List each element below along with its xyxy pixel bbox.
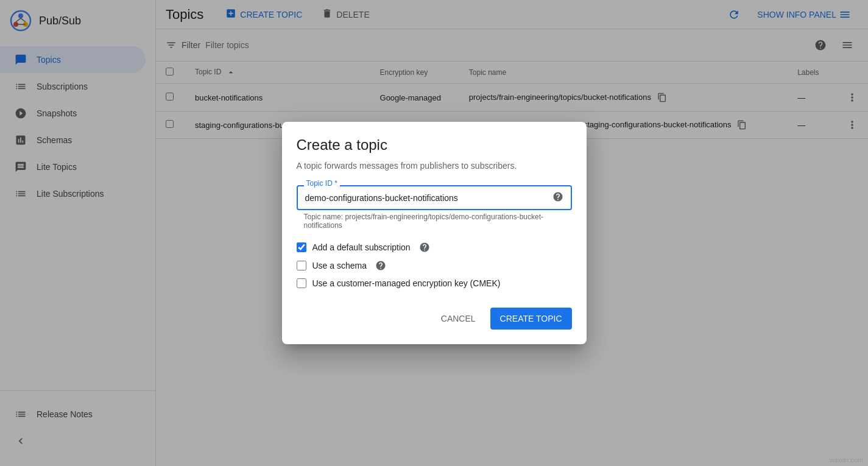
- use-schema-label: Use a schema: [312, 261, 367, 270]
- dialog-subtitle: A topic forwards messages from publisher…: [297, 161, 572, 171]
- dialog-actions: CANCEL CREATE TOPIC: [297, 308, 572, 330]
- add-default-subscription-checkbox[interactable]: [297, 242, 306, 252]
- use-cmek-row[interactable]: Use a customer-managed encryption key (C…: [297, 278, 572, 288]
- topic-id-input[interactable]: [305, 193, 548, 203]
- checkbox-group: Add a default subscription Use a schema …: [297, 242, 572, 288]
- add-default-subscription-label: Add a default subscription: [312, 242, 411, 252]
- watermark: wsxdn.com: [830, 456, 863, 464]
- dialog-title: Create a topic: [297, 136, 572, 154]
- field-label: Topic ID *: [304, 179, 340, 188]
- use-schema-row[interactable]: Use a schema: [297, 260, 572, 271]
- use-cmek-label: Use a customer-managed encryption key (C…: [312, 278, 501, 288]
- use-cmek-checkbox[interactable]: [297, 278, 306, 288]
- create-topic-dialog: Create a topic A topic forwards messages…: [282, 122, 587, 344]
- cancel-button[interactable]: CANCEL: [431, 308, 485, 330]
- add-default-subscription-row[interactable]: Add a default subscription: [297, 242, 572, 253]
- field-hint: Topic name: projects/frain-engineering/t…: [304, 213, 572, 230]
- checkbox-help-icon-1[interactable]: [375, 260, 386, 271]
- topic-id-field: Topic ID * Topic name: projects/frain-en…: [297, 185, 572, 230]
- create-topic-dialog-button[interactable]: CREATE TOPIC: [490, 308, 572, 330]
- checkbox-help-icon-0[interactable]: [419, 242, 430, 253]
- field-help-icon[interactable]: [552, 191, 563, 204]
- field-input-wrap: [297, 185, 572, 210]
- dialog-overlay[interactable]: Create a topic A topic forwards messages…: [0, 0, 868, 466]
- use-schema-checkbox[interactable]: [297, 261, 306, 270]
